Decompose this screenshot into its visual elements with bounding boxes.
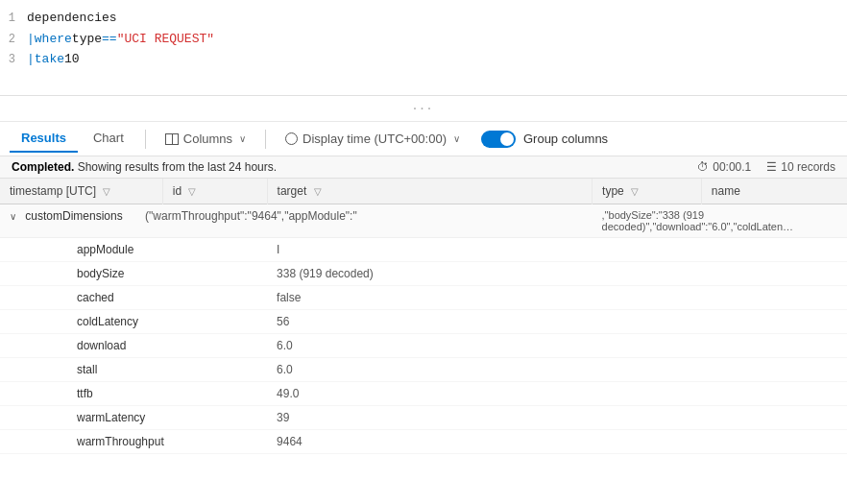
table-row: cached false	[0, 286, 847, 310]
columns-label: Columns	[183, 132, 232, 146]
status-text: Completed. Showing results from the last…	[12, 160, 277, 174]
dots-icon: ···	[413, 100, 434, 116]
col-label-type: type	[602, 184, 624, 198]
display-time-chevron-icon: ∨	[453, 133, 460, 144]
string-value: "UCI REQUEST"	[117, 30, 214, 49]
nested-value-appModule: I	[267, 238, 593, 262]
col-label-target: target	[278, 184, 307, 198]
group-columns-toggle-wrap: Group columns	[481, 131, 608, 148]
table-row: stall 6.0	[0, 358, 847, 382]
nested-value-bodySize: 338 (919 decoded)	[267, 262, 593, 286]
results-table: timestamp [UTC] ▽ id ▽ target ▽ type ▽	[0, 179, 847, 454]
tab-divider	[145, 130, 146, 149]
col-header-type[interactable]: type ▽	[593, 179, 702, 204]
code-editor[interactable]: 1 dependencies 2 | where type == "UCI RE…	[0, 0, 847, 96]
nested-value-stall: 6.0	[267, 358, 593, 382]
operator-eq: ==	[102, 30, 117, 49]
status-bar: Completed. Showing results from the last…	[0, 156, 847, 179]
nested-empty-1	[593, 238, 847, 262]
pipe-operator-2: |	[27, 30, 35, 49]
nested-empty-5	[593, 334, 847, 358]
clock-status-icon: ⏱	[697, 160, 709, 174]
table-row: ttfb 49.0	[0, 382, 847, 406]
col-label-name: name	[712, 184, 740, 198]
col-header-name[interactable]: name	[701, 179, 847, 204]
nested-value-cached: false	[267, 286, 593, 310]
code-line-1: 1 dependencies	[0, 8, 847, 29]
group-columns-label: Group columns	[523, 132, 608, 146]
time-badge: ⏱ 00:00.1	[697, 160, 751, 174]
col-header-id[interactable]: id ▽	[162, 179, 267, 204]
line-number-2: 2	[0, 31, 27, 48]
filter-icon-timestamp[interactable]: ▽	[103, 186, 110, 197]
nested-label-appModule: appModule	[0, 238, 267, 262]
nested-label-cached: cached	[0, 286, 267, 310]
table-row-expand[interactable]: ∨ customDimensions ("warmThroughput":"94…	[0, 204, 847, 238]
status-completed: Completed.	[12, 160, 74, 174]
tab-results[interactable]: Results	[10, 125, 78, 153]
table-row: bodySize 338 (919 decoded)	[0, 262, 847, 286]
field-type: type	[72, 30, 102, 49]
nested-label-bodySize: bodySize	[0, 262, 267, 286]
nested-empty-2	[593, 262, 847, 286]
results-table-wrapper[interactable]: timestamp [UTC] ▽ id ▽ target ▽ type ▽	[0, 179, 847, 504]
line-number-3: 3	[0, 51, 27, 68]
keyword-take: take	[35, 50, 64, 69]
nested-label-download: download	[0, 334, 267, 358]
line-number-1: 1	[0, 10, 27, 27]
nested-empty-3	[593, 286, 847, 310]
table-row: download 6.0	[0, 334, 847, 358]
status-right: ⏱ 00:00.1 ☰ 10 records	[697, 160, 835, 174]
nested-label-ttfb: ttfb	[0, 382, 267, 406]
keyword-where: where	[35, 30, 72, 49]
display-time-button[interactable]: Display time (UTC+00:00) ∨	[276, 128, 470, 150]
nested-value-warmThroughput: 9464	[267, 430, 593, 454]
nested-empty-4	[593, 310, 847, 334]
columns-icon	[165, 133, 179, 145]
group-columns-toggle[interactable]	[481, 131, 516, 148]
nested-value-warmLatency: 39	[267, 406, 593, 430]
columns-chevron-icon: ∨	[239, 133, 246, 144]
table-header-row: timestamp [UTC] ▽ id ▽ target ▽ type ▽	[0, 179, 847, 204]
code-line-3: 3 | take 10	[0, 49, 847, 70]
expand-cell-label: ∨ customDimensions ("warmThroughput":"94…	[0, 204, 593, 238]
expand-target-preview: ("warmThroughput":"9464","appModule":"	[145, 209, 357, 223]
table-row: warmThroughput 9464	[0, 430, 847, 454]
nested-value-ttfb: 49.0	[267, 382, 593, 406]
col-label-timestamp: timestamp [UTC]	[10, 184, 96, 198]
tab-chart[interactable]: Chart	[82, 125, 135, 153]
nested-value-coldLatency: 56	[267, 310, 593, 334]
display-time-label: Display time (UTC+00:00)	[302, 132, 447, 146]
expand-label: customDimensions	[25, 209, 122, 223]
col-label-id: id	[173, 184, 182, 198]
nested-empty-8	[593, 406, 847, 430]
section-divider: ···	[0, 96, 847, 122]
nested-empty-6	[593, 358, 847, 382]
pipe-operator-3: |	[27, 50, 35, 69]
col-header-target[interactable]: target ▽	[267, 179, 593, 204]
main-content: Results Chart Columns ∨ Display time (UT…	[0, 122, 847, 504]
nested-empty-9	[593, 430, 847, 454]
records-count: 10 records	[781, 160, 835, 174]
nested-value-download: 6.0	[267, 334, 593, 358]
table-row: warmLatency 39	[0, 406, 847, 430]
code-content-1: dependencies	[27, 9, 117, 28]
records-badge: ☰ 10 records	[766, 160, 835, 174]
status-sub-text: Showing results from the last 24 hours.	[78, 160, 277, 174]
table-row: appModule I	[0, 238, 847, 262]
nested-label-warmThroughput: warmThroughput	[0, 430, 267, 454]
elapsed-time: 00:00.1	[713, 160, 751, 174]
columns-button[interactable]: Columns ∨	[156, 128, 255, 150]
expand-chevron-icon[interactable]: ∨	[10, 211, 16, 222]
filter-icon-id[interactable]: ▽	[188, 186, 196, 197]
col-header-timestamp[interactable]: timestamp [UTC] ▽	[0, 179, 162, 204]
nested-label-coldLatency: coldLatency	[0, 310, 267, 334]
toggle-knob	[500, 132, 514, 146]
expand-right-preview: ,"bodySize":"338 (919 decoded)","downloa…	[593, 204, 847, 238]
take-value: 10	[64, 50, 80, 69]
records-icon: ☰	[766, 160, 777, 174]
nested-label-stall: stall	[0, 358, 267, 382]
filter-icon-type[interactable]: ▽	[631, 186, 639, 197]
tab-divider-2	[265, 130, 266, 149]
filter-icon-target[interactable]: ▽	[314, 186, 322, 197]
